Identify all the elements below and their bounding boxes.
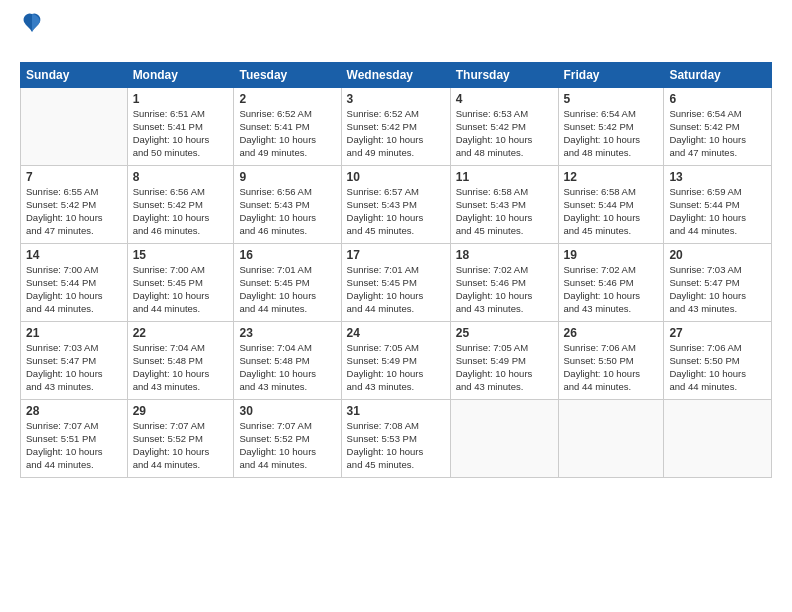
day-number: 15 xyxy=(133,247,229,263)
day-info: Sunrise: 6:52 AM xyxy=(347,108,445,121)
day-info: Sunrise: 7:00 AM xyxy=(133,264,229,277)
day-number: 22 xyxy=(133,325,229,341)
day-info: Sunrise: 7:04 AM xyxy=(239,342,335,355)
day-info: Sunset: 5:52 PM xyxy=(239,433,335,446)
day-cell: 30Sunrise: 7:07 AMSunset: 5:52 PMDayligh… xyxy=(234,400,341,478)
logo xyxy=(20,16,95,56)
day-number: 31 xyxy=(347,403,445,419)
day-number: 7 xyxy=(26,169,122,185)
day-info: and 44 minutes. xyxy=(239,303,335,316)
day-cell: 27Sunrise: 7:06 AMSunset: 5:50 PMDayligh… xyxy=(664,322,772,400)
day-info: Sunset: 5:44 PM xyxy=(26,277,122,290)
weekday-header-row: SundayMondayTuesdayWednesdayThursdayFrid… xyxy=(21,63,772,88)
day-number: 12 xyxy=(564,169,659,185)
day-info: Daylight: 10 hours xyxy=(669,290,766,303)
day-info: Sunset: 5:51 PM xyxy=(26,433,122,446)
day-cell: 13Sunrise: 6:59 AMSunset: 5:44 PMDayligh… xyxy=(664,166,772,244)
day-info: and 49 minutes. xyxy=(239,147,335,160)
weekday-header-sunday: Sunday xyxy=(21,63,128,88)
day-info: and 48 minutes. xyxy=(564,147,659,160)
day-info: and 43 minutes. xyxy=(564,303,659,316)
day-info: Daylight: 10 hours xyxy=(669,368,766,381)
day-info: Sunrise: 7:03 AM xyxy=(26,342,122,355)
day-info: and 43 minutes. xyxy=(347,381,445,394)
day-info: and 43 minutes. xyxy=(669,303,766,316)
day-info: and 44 minutes. xyxy=(669,381,766,394)
day-info: Sunset: 5:42 PM xyxy=(456,121,553,134)
day-info: Daylight: 10 hours xyxy=(133,212,229,225)
day-info: Daylight: 10 hours xyxy=(347,368,445,381)
day-info: Sunset: 5:46 PM xyxy=(456,277,553,290)
day-number: 5 xyxy=(564,91,659,107)
day-cell: 18Sunrise: 7:02 AMSunset: 5:46 PMDayligh… xyxy=(450,244,558,322)
day-number: 28 xyxy=(26,403,122,419)
day-info: Sunrise: 7:05 AM xyxy=(456,342,553,355)
day-info: Sunrise: 6:51 AM xyxy=(133,108,229,121)
day-info: Sunrise: 7:06 AM xyxy=(564,342,659,355)
day-number: 4 xyxy=(456,91,553,107)
day-info: Sunset: 5:42 PM xyxy=(133,199,229,212)
day-number: 9 xyxy=(239,169,335,185)
day-number: 20 xyxy=(669,247,766,263)
day-info: Sunset: 5:42 PM xyxy=(669,121,766,134)
day-info: Daylight: 10 hours xyxy=(133,446,229,459)
day-info: Daylight: 10 hours xyxy=(456,134,553,147)
day-info: Sunrise: 7:08 AM xyxy=(347,420,445,433)
day-info: and 43 minutes. xyxy=(239,381,335,394)
day-info: Daylight: 10 hours xyxy=(347,212,445,225)
day-info: and 50 minutes. xyxy=(133,147,229,160)
day-info: Sunrise: 7:02 AM xyxy=(456,264,553,277)
weekday-header-friday: Friday xyxy=(558,63,664,88)
day-cell: 26Sunrise: 7:06 AMSunset: 5:50 PMDayligh… xyxy=(558,322,664,400)
day-number: 23 xyxy=(239,325,335,341)
day-info: Sunset: 5:43 PM xyxy=(347,199,445,212)
day-info: and 44 minutes. xyxy=(669,225,766,238)
day-info: Daylight: 10 hours xyxy=(239,290,335,303)
day-info: and 43 minutes. xyxy=(133,381,229,394)
day-info: Daylight: 10 hours xyxy=(239,212,335,225)
day-cell: 15Sunrise: 7:00 AMSunset: 5:45 PMDayligh… xyxy=(127,244,234,322)
day-info: Sunrise: 7:07 AM xyxy=(239,420,335,433)
day-number: 19 xyxy=(564,247,659,263)
day-info: Sunset: 5:44 PM xyxy=(669,199,766,212)
day-number: 16 xyxy=(239,247,335,263)
weekday-header-saturday: Saturday xyxy=(664,63,772,88)
day-cell: 10Sunrise: 6:57 AMSunset: 5:43 PMDayligh… xyxy=(341,166,450,244)
day-number: 13 xyxy=(669,169,766,185)
day-info: Sunset: 5:50 PM xyxy=(564,355,659,368)
day-info: Sunrise: 7:00 AM xyxy=(26,264,122,277)
day-info: and 48 minutes. xyxy=(456,147,553,160)
day-info: and 47 minutes. xyxy=(26,225,122,238)
day-info: and 44 minutes. xyxy=(133,459,229,472)
day-info: and 44 minutes. xyxy=(26,459,122,472)
day-info: Sunrise: 7:03 AM xyxy=(669,264,766,277)
day-cell xyxy=(558,400,664,478)
day-info: Sunrise: 7:02 AM xyxy=(564,264,659,277)
day-info: Sunrise: 7:06 AM xyxy=(669,342,766,355)
day-info: Sunrise: 7:01 AM xyxy=(239,264,335,277)
day-info: Sunset: 5:47 PM xyxy=(669,277,766,290)
day-info: Daylight: 10 hours xyxy=(239,134,335,147)
day-number: 1 xyxy=(133,91,229,107)
weekday-header-wednesday: Wednesday xyxy=(341,63,450,88)
day-cell: 25Sunrise: 7:05 AMSunset: 5:49 PMDayligh… xyxy=(450,322,558,400)
day-info: Sunset: 5:42 PM xyxy=(347,121,445,134)
day-info: Sunrise: 6:56 AM xyxy=(133,186,229,199)
day-info: Daylight: 10 hours xyxy=(133,134,229,147)
day-info: Sunset: 5:42 PM xyxy=(26,199,122,212)
day-info: and 46 minutes. xyxy=(133,225,229,238)
day-cell: 22Sunrise: 7:04 AMSunset: 5:48 PMDayligh… xyxy=(127,322,234,400)
day-info: Daylight: 10 hours xyxy=(456,368,553,381)
day-info: Sunset: 5:43 PM xyxy=(456,199,553,212)
day-info: Daylight: 10 hours xyxy=(564,368,659,381)
week-row-5: 28Sunrise: 7:07 AMSunset: 5:51 PMDayligh… xyxy=(21,400,772,478)
day-info: Daylight: 10 hours xyxy=(26,212,122,225)
day-info: Daylight: 10 hours xyxy=(26,446,122,459)
day-cell: 24Sunrise: 7:05 AMSunset: 5:49 PMDayligh… xyxy=(341,322,450,400)
day-info: Daylight: 10 hours xyxy=(347,446,445,459)
day-number: 27 xyxy=(669,325,766,341)
day-info: Sunrise: 6:55 AM xyxy=(26,186,122,199)
day-info: Daylight: 10 hours xyxy=(133,290,229,303)
day-info: Sunrise: 6:56 AM xyxy=(239,186,335,199)
week-row-1: 1Sunrise: 6:51 AMSunset: 5:41 PMDaylight… xyxy=(21,88,772,166)
